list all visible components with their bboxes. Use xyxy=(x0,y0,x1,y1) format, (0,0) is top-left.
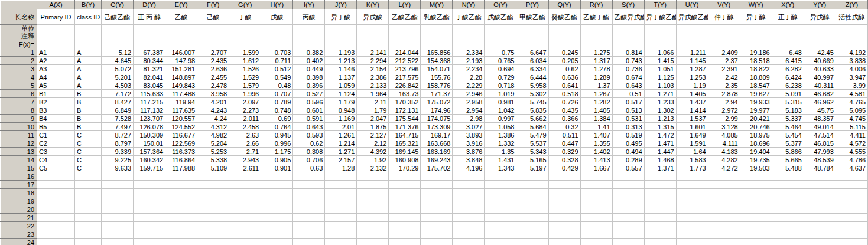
cell-L-9[interactable]: 175.544 xyxy=(389,115,421,123)
cell-N-10[interactable]: 3.027 xyxy=(453,123,485,131)
cell-fx-D[interactable] xyxy=(134,40,165,48)
cell-V-23[interactable] xyxy=(708,230,740,239)
cell-Q-13[interactable]: 0.329 xyxy=(548,148,580,156)
cell-W-4[interactable]: 18.809 xyxy=(740,73,772,81)
cell-S-8[interactable]: 0.513 xyxy=(612,106,644,115)
cell-I-18[interactable] xyxy=(293,189,325,197)
cell-T-5[interactable]: 1.103 xyxy=(644,81,676,90)
column-header-B[interactable]: B(Y) xyxy=(75,1,102,9)
cell-B-22[interactable] xyxy=(75,222,102,230)
row-header-4[interactable]: 4 xyxy=(1,73,37,81)
cell-E-5[interactable]: 149.843 xyxy=(165,81,197,90)
cell-E-17[interactable] xyxy=(165,181,197,189)
cell-T-8[interactable]: 1.302 xyxy=(644,106,676,115)
cell-O-10[interactable]: 1.058 xyxy=(485,123,516,131)
cell-X-19[interactable] xyxy=(772,197,804,205)
cell-B-14[interactable]: C xyxy=(75,156,102,164)
cell-D-6[interactable]: 115.633 xyxy=(134,90,165,98)
cell-I-19[interactable] xyxy=(293,197,325,205)
cell-S-13[interactable]: 0.494 xyxy=(612,148,644,156)
cell-A-23[interactable] xyxy=(37,230,75,239)
cell-L-15[interactable]: 170.29 xyxy=(389,164,421,172)
cell-U-13[interactable]: 1.64 xyxy=(676,148,708,156)
cell-long_name-I[interactable]: 丙酸 xyxy=(293,9,325,25)
cell-L-11[interactable]: 164.715 xyxy=(389,131,421,139)
row-header-11[interactable]: 11 xyxy=(1,131,37,139)
cell-fx-L[interactable] xyxy=(389,40,421,48)
column-header-H[interactable]: H(Y) xyxy=(261,1,293,9)
cell-O-7[interactable]: 0.981 xyxy=(485,98,516,106)
cell-D-4[interactable]: 82.041 xyxy=(134,73,165,81)
cell-B-16[interactable] xyxy=(75,172,102,181)
cell-M-10[interactable]: 173.309 xyxy=(421,123,453,131)
cell-S-18[interactable] xyxy=(612,189,644,197)
cell-U-10[interactable]: 1.601 xyxy=(676,123,708,131)
cell-T-7[interactable]: 1.233 xyxy=(644,98,676,106)
cell-U-11[interactable]: 1.649 xyxy=(676,131,708,139)
column-header-Z[interactable]: Z(Y) xyxy=(836,1,867,9)
cell-fx-S[interactable] xyxy=(612,40,644,48)
cell-comments-K[interactable] xyxy=(357,32,389,40)
cell-N-1[interactable]: 2.334 xyxy=(453,48,485,57)
cell-U-2[interactable]: 1.145 xyxy=(676,57,708,65)
column-header-D[interactable]: D(Y) xyxy=(134,1,165,9)
cell-A-2[interactable]: A2 xyxy=(37,57,75,65)
cell-U-12[interactable]: 1.591 xyxy=(676,139,708,148)
cell-F-10[interactable]: 4.312 xyxy=(197,123,229,131)
cell-R-7[interactable]: 1.282 xyxy=(580,98,612,106)
cell-A-19[interactable] xyxy=(37,197,75,205)
cell-O-24[interactable] xyxy=(485,239,516,245)
cell-T-13[interactable]: 1.447 xyxy=(644,148,676,156)
cell-long_name-K[interactable]: 异戊酸 xyxy=(357,9,389,25)
cell-C-19[interactable] xyxy=(102,197,134,205)
cell-H-10[interactable]: 0.764 xyxy=(261,123,293,131)
cell-V-2[interactable]: 2.37 xyxy=(708,57,740,65)
cell-L-14[interactable]: 160.908 xyxy=(389,156,421,164)
cell-G-6[interactable]: 1.996 xyxy=(229,90,261,98)
cell-J-23[interactable] xyxy=(325,230,357,239)
cell-R-9[interactable]: 1.384 xyxy=(580,115,612,123)
cell-G-9[interactable]: 2.011 xyxy=(229,115,261,123)
cell-J-11[interactable]: 1.261 xyxy=(325,131,357,139)
cell-L-10[interactable]: 171.376 xyxy=(389,123,421,131)
cell-C-11[interactable]: 8.727 xyxy=(102,131,134,139)
cell-I-16[interactable] xyxy=(293,172,325,181)
cell-F-14[interactable]: 5.338 xyxy=(197,156,229,164)
cell-W-22[interactable] xyxy=(740,222,772,230)
cell-O-6[interactable]: 1.019 xyxy=(485,90,516,98)
cell-comments-R[interactable] xyxy=(580,32,612,40)
cell-comments-X[interactable] xyxy=(772,32,804,40)
cell-E-16[interactable] xyxy=(165,172,197,181)
cell-J-12[interactable]: 1.214 xyxy=(325,139,357,148)
cell-G-15[interactable]: 2.611 xyxy=(229,164,261,172)
cell-V-13[interactable]: 4.183 xyxy=(708,148,740,156)
cell-V-3[interactable]: 2.391 xyxy=(708,65,740,73)
cell-units-R[interactable] xyxy=(580,25,612,32)
cell-N-9[interactable]: 2.98 xyxy=(453,115,485,123)
cell-units-E[interactable] xyxy=(165,25,197,32)
cell-units-K[interactable] xyxy=(357,25,389,32)
cell-G-13[interactable]: 2.71 xyxy=(229,148,261,156)
cell-T-18[interactable] xyxy=(644,189,676,197)
cell-K-14[interactable]: 1.92 xyxy=(357,156,389,164)
cell-F-3[interactable]: 2.636 xyxy=(197,65,229,73)
row-header-1[interactable]: 1 xyxy=(1,48,37,57)
row-header-long_name[interactable]: 长名称 xyxy=(1,9,37,25)
cell-X-22[interactable] xyxy=(772,222,804,230)
cell-long_name-Y[interactable]: 异戊醇 xyxy=(804,9,836,25)
cell-H-24[interactable] xyxy=(261,239,293,245)
cell-Q-4[interactable]: 0.636 xyxy=(548,73,580,81)
cell-O-15[interactable]: 1.343 xyxy=(485,164,516,172)
cell-Y-22[interactable] xyxy=(804,222,836,230)
cell-fx-C[interactable] xyxy=(102,40,134,48)
cell-J-19[interactable] xyxy=(325,197,357,205)
cell-I-1[interactable]: 0.382 xyxy=(293,48,325,57)
cell-P-24[interactable] xyxy=(516,239,548,245)
cell-N-22[interactable] xyxy=(453,222,485,230)
cell-D-2[interactable]: 80.344 xyxy=(134,57,165,65)
cell-U-16[interactable] xyxy=(676,172,708,181)
cell-B-9[interactable]: B xyxy=(75,115,102,123)
cell-S-21[interactable] xyxy=(612,214,644,222)
cell-E-18[interactable] xyxy=(165,189,197,197)
cell-J-20[interactable] xyxy=(325,205,357,214)
